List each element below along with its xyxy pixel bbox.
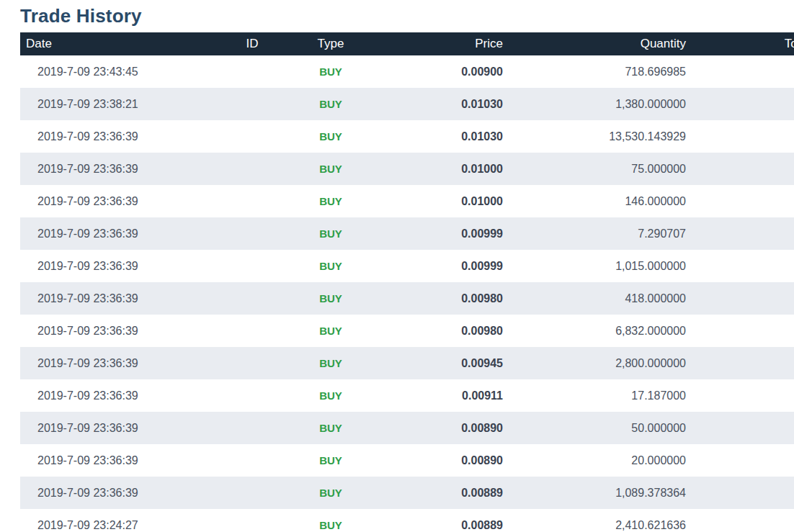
cell-quantity: 13,530.143929 [512, 120, 695, 153]
cell-quantity: 6,832.000000 [512, 315, 695, 347]
cell-date: 2019-7-09 23:36:39 [20, 477, 215, 509]
table-row: 2019-7-09 23:38:21BUY0.010301,380.000000… [20, 88, 794, 120]
trade-history-section: DateIDTypePriceQuantityTotal STEEM 2019-… [20, 32, 764, 532]
column-header-type: Type [290, 32, 372, 55]
cell-total: 9.68457 [695, 477, 794, 509]
cell-date: 2019-7-09 23:36:39 [20, 185, 215, 217]
cell-total: 10.13985 [695, 250, 794, 282]
cell-type: BUY [290, 282, 372, 315]
cell-type: BUY [290, 55, 372, 88]
cell-price: 0.01000 [372, 185, 512, 217]
cell-id [215, 509, 290, 532]
cell-id [215, 217, 290, 250]
cell-date: 2019-7-09 23:43:45 [20, 55, 215, 88]
cell-quantity: 17.187000 [512, 379, 695, 412]
table-row: 2019-7-09 23:36:39BUY0.009452,800.000000… [20, 347, 794, 379]
cell-date: 2019-7-09 23:36:39 [20, 444, 215, 477]
cell-quantity: 718.696985 [512, 55, 695, 88]
cell-total: 0.17800 [695, 444, 794, 477]
column-header-quantity: Quantity [512, 32, 695, 55]
column-header-total: Total STEEM [695, 32, 794, 55]
cell-total: 21.43043 [695, 509, 794, 532]
cell-price: 0.00889 [372, 509, 512, 532]
cell-date: 2019-7-09 23:36:39 [20, 315, 215, 347]
cell-id [215, 347, 290, 379]
cell-date: 2019-7-09 23:36:39 [20, 379, 215, 412]
cell-type: BUY [290, 185, 372, 217]
cell-price: 0.00890 [372, 444, 512, 477]
cell-date: 2019-7-09 23:38:21 [20, 88, 215, 120]
cell-price: 0.00900 [372, 55, 512, 88]
cell-price: 0.00890 [372, 412, 512, 444]
table-row: 2019-7-09 23:36:39BUY0.0103013,530.14392… [20, 120, 794, 153]
cell-type: BUY [290, 509, 372, 532]
cell-price: 0.00945 [372, 347, 512, 379]
cell-quantity: 1,015.000000 [512, 250, 695, 282]
table-row: 2019-7-09 23:36:39BUY0.01000146.0000001.… [20, 185, 794, 217]
table-row: 2019-7-09 23:36:39BUY0.009806,832.000000… [20, 315, 794, 347]
column-header-price: Price [372, 32, 512, 55]
cell-id [215, 120, 290, 153]
cell-type: BUY [290, 217, 372, 250]
column-header-id: ID [215, 32, 290, 55]
cell-id [215, 412, 290, 444]
cell-price: 0.00999 [372, 217, 512, 250]
cell-type: BUY [290, 347, 372, 379]
cell-total: 4.09640 [695, 282, 794, 315]
cell-id [215, 282, 290, 315]
trade-history-body: 2019-7-09 23:43:45BUY0.00900718.6969856.… [20, 55, 794, 532]
cell-id [215, 88, 290, 120]
table-row: 2019-7-09 23:36:39BUY0.008891,089.378364… [20, 477, 794, 509]
cell-id [215, 379, 290, 412]
cell-id [215, 55, 290, 88]
cell-id [215, 477, 290, 509]
cell-date: 2019-7-09 23:36:39 [20, 250, 215, 282]
table-row: 2019-7-09 23:36:39BUY0.0089020.0000000.1… [20, 444, 794, 477]
cell-quantity: 2,410.621636 [512, 509, 695, 532]
cell-quantity: 20.000000 [512, 444, 695, 477]
cell-date: 2019-7-09 23:36:39 [20, 282, 215, 315]
cell-total: 6.46827 [695, 55, 794, 88]
cell-type: BUY [290, 250, 372, 282]
cell-total: 0.44500 [695, 412, 794, 444]
cell-quantity: 2,800.000000 [512, 347, 695, 379]
cell-price: 0.01030 [372, 120, 512, 153]
cell-total: 139.36048 [695, 120, 794, 153]
cell-total: 0.75000 [695, 153, 794, 185]
cell-date: 2019-7-09 23:36:39 [20, 217, 215, 250]
cell-quantity: 75.000000 [512, 153, 695, 185]
cell-date: 2019-7-09 23:36:39 [20, 153, 215, 185]
cell-quantity: 1,380.000000 [512, 88, 695, 120]
cell-type: BUY [290, 120, 372, 153]
cell-id [215, 185, 290, 217]
cell-price: 0.00980 [372, 282, 512, 315]
cell-total: 0.07283 [695, 217, 794, 250]
table-row: 2019-7-09 23:36:39BUY0.0100075.0000000.7… [20, 153, 794, 185]
table-row: 2019-7-09 23:36:39BUY0.0089050.0000000.4… [20, 412, 794, 444]
cell-date: 2019-7-09 23:24:27 [20, 509, 215, 532]
table-row: 2019-7-09 23:24:27BUY0.008892,410.621636… [20, 509, 794, 532]
cell-total: 1.46000 [695, 185, 794, 217]
cell-price: 0.00911 [372, 379, 512, 412]
table-row: 2019-7-09 23:36:39BUY0.009991,015.000000… [20, 250, 794, 282]
cell-id [215, 444, 290, 477]
cell-id [215, 250, 290, 282]
cell-id [215, 315, 290, 347]
cell-date: 2019-7-09 23:36:39 [20, 347, 215, 379]
cell-price: 0.01030 [372, 88, 512, 120]
cell-date: 2019-7-09 23:36:39 [20, 120, 215, 153]
table-row: 2019-7-09 23:43:45BUY0.00900718.6969856.… [20, 55, 794, 88]
cell-total: 14.21400 [695, 88, 794, 120]
cell-id [215, 153, 290, 185]
cell-type: BUY [290, 88, 372, 120]
cell-price: 0.00999 [372, 250, 512, 282]
page-title: Trade History [0, 0, 794, 30]
table-row: 2019-7-09 23:36:39BUY0.009997.2907070.07… [20, 217, 794, 250]
table-row: 2019-7-09 23:36:39BUY0.0091117.1870000.1… [20, 379, 794, 412]
trade-history-table: DateIDTypePriceQuantityTotal STEEM 2019-… [20, 32, 794, 532]
cell-type: BUY [290, 315, 372, 347]
cell-price: 0.00980 [372, 315, 512, 347]
header-row: DateIDTypePriceQuantityTotal STEEM [20, 32, 794, 55]
cell-type: BUY [290, 444, 372, 477]
table-row: 2019-7-09 23:36:39BUY0.00980418.0000004.… [20, 282, 794, 315]
